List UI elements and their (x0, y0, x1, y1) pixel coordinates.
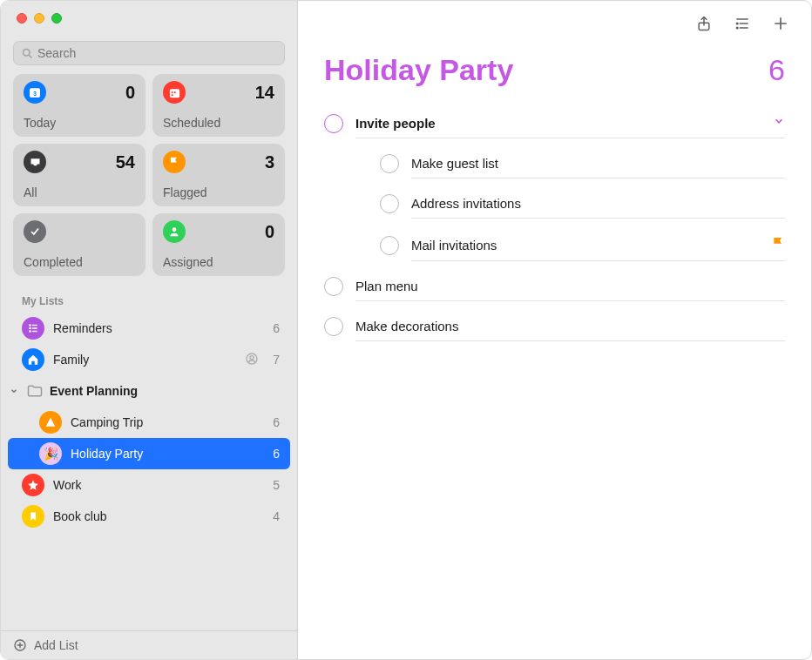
list-label: Book club (53, 509, 264, 523)
list-count: 6 (273, 447, 280, 461)
close-window-button[interactable] (17, 13, 27, 24)
list-label: Reminders (53, 321, 264, 335)
complete-toggle[interactable] (324, 317, 343, 336)
sidebar-item-work[interactable]: Work 5 (1, 469, 297, 501)
minimize-window-button[interactable] (34, 13, 44, 24)
smart-assigned-label: Assigned (163, 255, 274, 269)
add-list-label: Add List (34, 638, 78, 652)
main-pane: Holiday Party 6 Invite people Make guest… (298, 1, 811, 659)
smart-assigned-count: 0 (265, 222, 274, 242)
list-count: 6 (273, 415, 280, 429)
reminder-text: Make guest list (411, 156, 498, 171)
smart-all-count: 54 (116, 152, 135, 172)
sidebar-item-holiday-party[interactable]: 🎉 Holiday Party 6 (8, 438, 290, 469)
svg-point-9 (173, 227, 177, 232)
new-reminder-button[interactable] (764, 10, 797, 37)
folder-icon (25, 381, 44, 401)
sidebar-group-event-planning[interactable]: Event Planning (1, 375, 297, 407)
sidebar: 3 0 Today 14 Scheduled (1, 1, 298, 659)
smart-scheduled-label: Scheduled (163, 116, 274, 130)
flag-icon (163, 151, 186, 173)
svg-rect-6 (171, 91, 173, 93)
svg-line-1 (29, 55, 31, 57)
smart-completed[interactable]: Completed (13, 213, 145, 276)
plus-circle-icon (13, 638, 27, 652)
search-icon (21, 47, 34, 60)
list-title-row: Holiday Party 6 (298, 46, 811, 103)
search-input[interactable] (34, 46, 277, 60)
reminder-make-decorations[interactable]: Make decorations (324, 306, 785, 347)
share-button[interactable] (687, 10, 721, 37)
smart-assigned[interactable]: 0 Assigned (152, 213, 285, 276)
shared-icon (245, 352, 259, 368)
svg-point-26 (736, 27, 738, 29)
indent-list-icon (733, 15, 752, 32)
sidebar-item-reminders[interactable]: Reminders 6 (1, 313, 297, 344)
smart-today-count: 0 (125, 83, 135, 103)
reminder-text: Mail invitations (411, 238, 497, 253)
calendar-today-icon: 3 (24, 81, 46, 104)
reminder-invite-people[interactable]: Invite people (324, 103, 785, 144)
bookmark-icon (22, 505, 44, 528)
my-lists-header: My Lists (1, 290, 297, 313)
plus-icon (772, 15, 789, 32)
flag-indicator-icon (771, 236, 785, 253)
smart-completed-label: Completed (24, 255, 135, 269)
reminder-guest-list[interactable]: Make guest list (380, 144, 785, 184)
subtasks-group: Make guest list Address invitations Mail… (324, 144, 785, 266)
list-title: Holiday Party (324, 53, 513, 87)
sidebar-item-book-club[interactable]: Book club 4 (1, 501, 297, 532)
list-count: 5 (273, 478, 280, 492)
fullscreen-window-button[interactable] (51, 13, 62, 24)
complete-toggle[interactable] (380, 194, 399, 213)
list-label: Family (53, 353, 236, 367)
checkmark-icon (24, 220, 46, 243)
complete-toggle[interactable] (324, 114, 343, 133)
smart-flagged-label: Flagged (163, 185, 274, 199)
inbox-icon (24, 151, 46, 173)
party-icon: 🎉 (39, 442, 62, 465)
smart-scheduled-count: 14 (255, 83, 274, 103)
add-list-button[interactable]: Add List (1, 630, 297, 659)
group-label: Event Planning (50, 384, 138, 398)
person-icon (163, 220, 186, 243)
svg-point-17 (250, 355, 254, 359)
complete-toggle[interactable] (380, 236, 399, 255)
reminder-text: Plan menu (355, 279, 418, 293)
list-label: Holiday Party (71, 447, 264, 461)
svg-point-12 (30, 327, 30, 328)
list-label: Camping Trip (71, 415, 264, 429)
tent-icon (39, 411, 62, 434)
smart-flagged-count: 3 (265, 152, 274, 172)
reminder-plan-menu[interactable]: Plan menu (324, 266, 785, 306)
smart-lists-grid: 3 0 Today 14 Scheduled (1, 74, 297, 283)
list-label: Work (53, 478, 264, 492)
complete-toggle[interactable] (380, 154, 399, 173)
list-count: 6 (273, 321, 280, 335)
svg-point-14 (30, 331, 30, 332)
list-bullet-icon (22, 317, 44, 340)
complete-toggle[interactable] (324, 277, 343, 296)
smart-flagged[interactable]: 3 Flagged (152, 144, 285, 206)
reminder-text: Make decorations (355, 319, 458, 333)
sidebar-item-camping-trip[interactable]: Camping Trip 6 (1, 407, 297, 438)
svg-rect-8 (171, 94, 173, 96)
search-field[interactable] (13, 41, 285, 65)
svg-point-0 (24, 49, 30, 56)
reminder-mail-invitations[interactable]: Mail invitations (380, 224, 785, 266)
view-options-button[interactable] (726, 10, 759, 37)
smart-scheduled[interactable]: 14 Scheduled (152, 74, 285, 137)
smart-all[interactable]: 54 All (13, 144, 145, 206)
svg-text:3: 3 (33, 91, 37, 97)
reminders-list: Invite people Make guest list Add (298, 103, 811, 347)
smart-today[interactable]: 3 0 Today (13, 74, 145, 137)
list-count: 4 (273, 509, 280, 523)
house-icon (22, 348, 44, 371)
list-count: 7 (273, 353, 280, 367)
sidebar-item-family[interactable]: Family 7 (1, 344, 297, 375)
reminder-address-invitations[interactable]: Address invitations (380, 184, 785, 224)
svg-point-25 (736, 23, 738, 24)
svg-point-10 (30, 325, 30, 326)
disclosure-button[interactable] (773, 115, 785, 131)
smart-today-label: Today (24, 116, 135, 130)
